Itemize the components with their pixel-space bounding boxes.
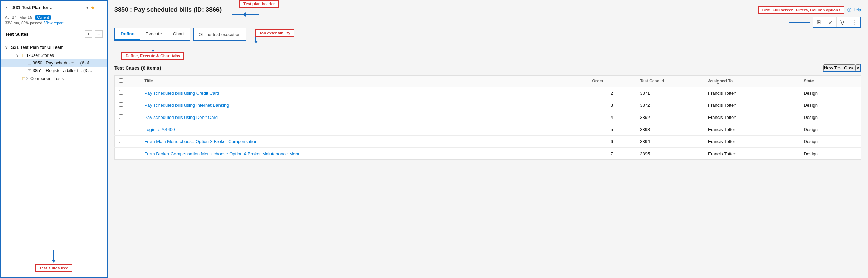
row-checkbox[interactable] (119, 114, 123, 119)
state-cell: Design (799, 136, 861, 148)
test-case-id-cell: 3892 (636, 111, 704, 123)
back-icon[interactable]: ← (5, 5, 10, 11)
annotation-grid-toolbar: Grid, Full screen, Filters, Column optio… (758, 6, 845, 14)
suite-icon: ⊡ (28, 61, 31, 66)
folder-icon: □ (22, 76, 25, 81)
tree-item-label: 2-Component Tests (26, 76, 103, 81)
test-case-id-cell: 3872 (636, 99, 704, 111)
sidebar-plan-title: S31 Test Plan for ... (12, 5, 84, 10)
test-suites-tree-annotation: Test suites tree (1, 246, 107, 277)
test-case-id-cell: 3894 (636, 136, 704, 148)
progress-text: 33% run, 66% passed. View report (5, 21, 103, 25)
tab-offline-group: Offline test execution (193, 28, 246, 41)
header-right-section: Grid, Full screen, Filters, Column optio… (758, 6, 861, 28)
plan-page-title: 3850 : Pay scheduled bills (ID: 3866) (114, 6, 222, 14)
column-options-button[interactable]: ⋮ (848, 17, 860, 27)
tree-item-suite-3851[interactable]: ∨ ⊡ 3851 : Register a biller t... (3 ... (1, 67, 107, 75)
chevron-down-icon[interactable]: ▾ (86, 5, 88, 10)
star-icon[interactable]: ★ (91, 5, 95, 10)
row-checkbox[interactable] (119, 102, 123, 107)
test-case-title-link[interactable]: Pay scheduled bills using Internet Banki… (144, 103, 229, 108)
test-case-id-col-header: Test Case Id (636, 76, 704, 87)
collapse-suite-button[interactable]: − (95, 30, 103, 38)
tree-item-root[interactable]: ∨ S31 Test Plan for UI Team (1, 44, 107, 51)
assigned-to-cell: Francis Totten (704, 148, 799, 160)
tab-chart[interactable]: Chart (167, 28, 190, 40)
filter-button[interactable]: ⋁ (837, 17, 848, 27)
order-cell: 4 (588, 111, 636, 123)
plan-dates: Apr 27 - May 15 Current (5, 15, 103, 20)
assigned-to-cell: Francis Totten (704, 99, 799, 111)
test-cases-title: Test Cases (6 items) (114, 65, 469, 71)
tab-group: Define Execute Chart (114, 28, 190, 41)
test-case-title-link[interactable]: Pay scheduled bills using Debit Card (144, 115, 218, 120)
table-row: Pay scheduled bills using Internet Banki… (115, 99, 861, 111)
tab-execute[interactable]: Execute (140, 28, 167, 40)
add-suite-button[interactable]: + (85, 30, 92, 38)
table-row: Login to AS400 5 3893 Francis Totten Des… (115, 123, 861, 136)
main-panel: Test plan header 3850 : Pay scheduled bi… (108, 0, 868, 278)
new-test-case-dropdown-button[interactable]: ∨ (856, 64, 860, 71)
tab-define[interactable]: Define (115, 28, 140, 40)
state-cell: Design (799, 148, 861, 160)
grid-view-button[interactable]: ⊞ (813, 17, 825, 27)
tree-item-label: 3851 : Register a biller t... (3 ... (33, 68, 103, 73)
help-link[interactable]: ⓘ Help (847, 7, 861, 13)
tree-item-component-tests[interactable]: ∨ □ 2-Component Tests (1, 75, 107, 82)
row-checkbox[interactable] (119, 139, 123, 143)
row-checkbox[interactable] (119, 151, 123, 155)
select-all-col (115, 76, 140, 87)
select-all-checkbox[interactable] (119, 78, 123, 83)
current-badge: Current (35, 15, 51, 20)
view-report-link[interactable]: View report (44, 21, 63, 25)
tree-item-label: 3850 : Pay scheduled ... (6 of... (33, 61, 103, 66)
state-cell: Design (799, 87, 861, 99)
tree-item-label: 1-User Stories (26, 53, 103, 58)
state-cell: Design (799, 123, 861, 136)
test-case-id-cell: 3893 (636, 123, 704, 136)
new-test-case-button[interactable]: New Test Case (823, 64, 856, 71)
test-suites-header: Test Suites + − (1, 27, 107, 41)
row-checkbox[interactable] (119, 90, 123, 95)
assigned-to-cell: Francis Totten (704, 136, 799, 148)
tab-offline-execution[interactable]: Offline test execution (194, 28, 246, 40)
help-icon: ⓘ (847, 7, 851, 13)
more-icon[interactable]: ⋮ (97, 4, 103, 11)
tree-item-user-stories[interactable]: ∨ □ 1-User Stories (1, 51, 107, 59)
order-col-header: Order (588, 76, 636, 87)
test-case-title-link[interactable]: From Main Menu choose Option 3 Broker Co… (144, 139, 257, 144)
sidebar-header: ← S31 Test Plan for ... ▾ ★ ⋮ (1, 1, 107, 13)
assigned-to-cell: Francis Totten (704, 87, 799, 99)
folder-icon: □ (22, 53, 25, 58)
test-cases-header-row: Test Cases (6 items) New Test Case ∨ (114, 64, 861, 72)
suite-actions: + − (85, 30, 103, 38)
test-case-title-link[interactable]: Pay scheduled bills using Credit Card (144, 90, 219, 96)
annotation-test-plan-header: Test plan header (239, 0, 279, 8)
table-row: From Broker Compensation Menu choose Opt… (115, 148, 861, 160)
suite-icon: ⊡ (28, 68, 31, 73)
state-cell: Design (799, 111, 861, 123)
order-cell: 6 (588, 136, 636, 148)
order-cell: 7 (588, 148, 636, 160)
tree-item-label: S31 Test Plan for UI Team (11, 45, 103, 50)
sidebar-meta: Apr 27 - May 15 Current 33% run, 66% pas… (1, 13, 107, 27)
title-col-header: Title (140, 76, 588, 87)
test-case-id-cell: 3895 (636, 148, 704, 160)
order-cell: 5 (588, 123, 636, 136)
order-cell: 3 (588, 99, 636, 111)
test-case-title-link[interactable]: From Broker Compensation Menu choose Opt… (144, 151, 300, 156)
state-col-header: State (799, 76, 861, 87)
chevron-icon: ∨ (5, 45, 10, 50)
tree-item-suite-3850[interactable]: ∨ ⊡ 3850 : Pay scheduled ... (6 of... (1, 59, 107, 67)
table-header-row: Title Order Test Case Id Assigned To Sta… (115, 76, 861, 87)
table-row: Pay scheduled bills using Debit Card 4 3… (115, 111, 861, 123)
row-checkbox[interactable] (119, 127, 123, 131)
assigned-to-cell: Francis Totten (704, 111, 799, 123)
order-cell: 2 (588, 87, 636, 99)
new-test-case-button-group: New Test Case ∨ (823, 64, 861, 72)
chevron-icon: ∨ (16, 53, 21, 58)
test-case-title-link[interactable]: Login to AS400 (144, 127, 175, 132)
fullscreen-button[interactable]: ⤢ (825, 17, 837, 27)
annotation-define-execute-chart: Define, Execute & Chart tabs (121, 52, 184, 60)
test-suites-tree: ∨ S31 Test Plan for UI Team ∨ □ 1-User S… (1, 41, 107, 246)
